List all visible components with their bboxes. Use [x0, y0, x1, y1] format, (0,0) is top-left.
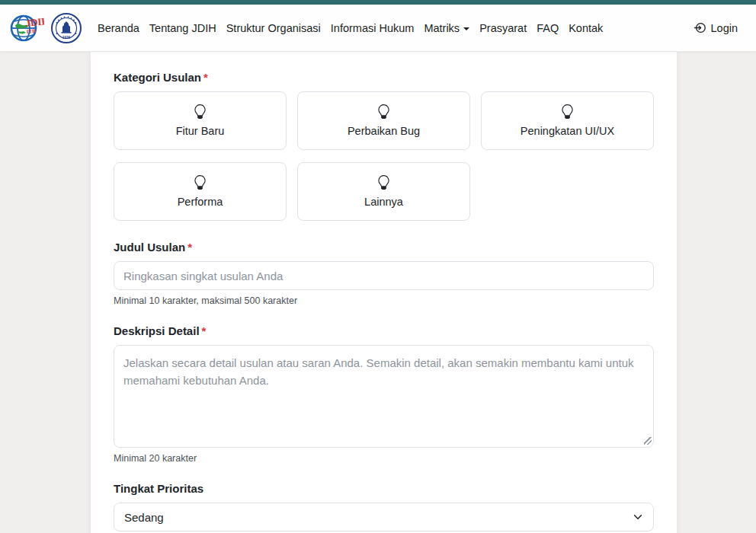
login-label: Login [711, 22, 738, 34]
svg-text:1926: 1926 [62, 35, 71, 39]
category-section: Kategori Usulan* Fitur Baru Perbaikan Bu… [114, 71, 654, 221]
required-asterisk: * [202, 324, 207, 337]
category-card-label: Fitur Baru [176, 125, 225, 137]
priority-selected-value: Sedang [124, 511, 164, 524]
category-card-label: Performa [178, 196, 223, 208]
brand-logos[interactable]: JDIH ITB 1926 [8, 10, 82, 46]
login-button[interactable]: Login [694, 22, 738, 34]
lightbulb-icon [193, 104, 207, 119]
category-card-label: Lainnya [364, 196, 403, 208]
lightbulb-icon [376, 175, 391, 190]
jdih-globe-logo-icon: JDIH ITB [8, 10, 44, 46]
category-card-fitur-baru[interactable]: Fitur Baru [114, 91, 287, 150]
category-card-lainnya[interactable]: Lainnya [297, 162, 470, 221]
priority-select[interactable]: Sedang [114, 503, 654, 531]
lightbulb-icon [560, 104, 575, 119]
title-helper-text: Minimal 10 karakter, maksimal 500 karakt… [114, 295, 654, 306]
chevron-down-icon [633, 512, 643, 522]
description-textarea[interactable] [114, 345, 654, 448]
title-section: Judul Usulan* Minimal 10 karakter, maksi… [114, 241, 654, 306]
nav-link-tentang-jdih[interactable]: Tentang JDIH [149, 22, 216, 34]
itb-seal-logo-icon: 1926 [50, 12, 82, 44]
title-label: Judul Usulan* [114, 241, 654, 254]
nav-link-beranda[interactable]: Beranda [98, 22, 139, 34]
category-card-label: Perbaikan Bug [348, 125, 420, 137]
title-input[interactable] [114, 261, 654, 290]
main-navbar: JDIH ITB 1926 Beranda [0, 5, 756, 52]
nav-link-informasi-hukum[interactable]: Informasi Hukum [331, 22, 415, 34]
nav-links: Beranda Tentang JDIH Struktur Organisasi… [98, 21, 603, 35]
form-container: Kategori Usulan* Fitur Baru Perbaikan Bu… [91, 52, 677, 533]
description-label: Deskripsi Detail* [114, 324, 654, 337]
category-card-peningkatan-uiux[interactable]: Peningkatan UI/UX [481, 91, 654, 150]
category-card-perbaikan-bug[interactable]: Perbaikan Bug [297, 91, 470, 150]
nav-link-faq[interactable]: FAQ [537, 22, 559, 34]
priority-section: Tingkat Prioritas Sedang [114, 482, 654, 531]
description-helper-text: Minimal 20 karakter [114, 453, 654, 464]
svg-text:ITB: ITB [26, 27, 36, 34]
required-asterisk: * [187, 241, 192, 254]
category-label: Kategori Usulan* [114, 71, 654, 84]
nav-link-kontak[interactable]: Kontak [569, 22, 603, 34]
lightbulb-icon [193, 175, 207, 190]
nav-link-struktur-organisasi[interactable]: Struktur Organisasi [226, 22, 321, 34]
description-section: Deskripsi Detail* Minimal 20 karakter [114, 324, 654, 464]
priority-label: Tingkat Prioritas [114, 482, 654, 495]
svg-text:JDIH: JDIH [25, 14, 44, 28]
login-arrow-circle-icon [694, 22, 706, 34]
category-card-label: Peningkatan UI/UX [521, 125, 614, 137]
lightbulb-icon [376, 104, 391, 119]
category-options-grid: Fitur Baru Perbaikan Bug Peningkatan UI/… [114, 91, 654, 221]
category-card-performa[interactable]: Performa [114, 162, 287, 221]
nav-link-prasyarat[interactable]: Prasyarat [479, 22, 527, 34]
page-background: Kategori Usulan* Fitur Baru Perbaikan Bu… [0, 52, 756, 533]
caret-down-icon [463, 27, 469, 30]
required-asterisk: * [203, 71, 208, 84]
nav-link-matriks-dropdown[interactable]: Matriks [424, 22, 469, 34]
